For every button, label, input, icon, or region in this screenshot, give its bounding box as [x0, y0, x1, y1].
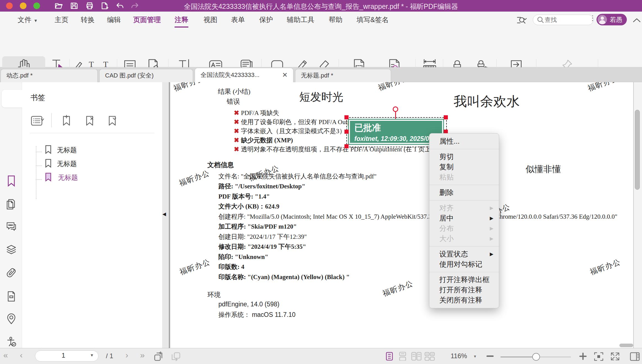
doc-info-line: 修改日期: "2024/4/19 下午5:35": [218, 242, 306, 251]
page-number-input[interactable]: [41, 351, 86, 360]
fields-panel-icon[interactable]: [6, 291, 17, 301]
previous-page-button[interactable]: ‹: [20, 350, 23, 360]
destinations-panel-icon[interactable]: [6, 313, 17, 324]
bookmarks-panel-icon[interactable]: [6, 175, 17, 185]
layout-two-page-icon[interactable]: [424, 352, 434, 361]
menu-item-set-status[interactable]: 设置状态▶: [429, 249, 499, 259]
delete-bookmark-icon[interactable]: [84, 115, 97, 127]
menu-item-distribute: 分布▶: [429, 223, 499, 234]
tree-guide: [36, 152, 42, 152]
menu-item-open-all-comments[interactable]: 打开所有注释: [429, 285, 499, 295]
pdf-page[interactable]: 福昕办公 福昕办公 福昕办公 福昕办公 福昕办公 福昕办公 福昕办公 福昕办公 …: [170, 82, 633, 348]
menu-edit[interactable]: 编辑: [107, 12, 121, 28]
zoom-slider-track-right[interactable]: [536, 357, 571, 357]
bookmark-item[interactable]: 无标题: [45, 159, 77, 168]
bookmark-more-actions-icon[interactable]: [106, 115, 119, 127]
more-options-icon[interactable]: ⋮: [589, 16, 596, 20]
bookmarks-panel-title: 书签: [30, 93, 45, 103]
horizontal-scrollbar[interactable]: [619, 344, 633, 347]
menu-item-delete[interactable]: 删除: [429, 188, 499, 198]
page-thumbnails-panel-icon[interactable]: [6, 198, 17, 208]
zoom-level[interactable]: 116%: [451, 352, 467, 360]
close-tab-icon[interactable]: ✕: [282, 68, 288, 82]
comments-panel-icon[interactable]: [6, 221, 17, 232]
layout-single-page-icon[interactable]: [398, 352, 408, 361]
menu-protect[interactable]: 保护: [259, 12, 273, 28]
menu-form[interactable]: 表单: [231, 12, 245, 28]
last-page-button[interactable]: »: [140, 350, 145, 360]
next-view-icon[interactable]: [170, 352, 181, 362]
selection-handle-ml[interactable]: [344, 130, 349, 134]
submenu-arrow-icon: ▶: [490, 203, 493, 213]
layout-continuous-icon[interactable]: [385, 352, 395, 361]
tab-dongtai-pdf[interactable]: 动态.pdf *: [1, 69, 98, 82]
stamp-rotate-handle[interactable]: [393, 106, 398, 112]
menu-item-center[interactable]: 居中▶: [429, 213, 499, 223]
bookmark-item[interactable]: 无标题: [45, 145, 77, 154]
vertical-scrollbar[interactable]: [635, 110, 640, 190]
submenu-arrow-icon: ▶: [490, 234, 493, 244]
fit-page-icon[interactable]: [593, 352, 604, 362]
bookmark-icon: [45, 159, 52, 168]
menu-separator: [429, 272, 499, 272]
accessibility-panel-icon[interactable]: [6, 336, 17, 347]
menu-separator: [429, 200, 499, 200]
zoom-slider-track-left[interactable]: [501, 357, 536, 357]
zoom-slider-thumb[interactable]: [532, 353, 540, 361]
zoom-in-button[interactable]: [579, 352, 587, 360]
selection-handle-tl[interactable]: [344, 115, 349, 119]
first-page-button[interactable]: «: [3, 350, 8, 360]
tab-cad-pdf[interactable]: CAD 图.pdf (安全): [99, 69, 193, 82]
search-input[interactable]: [544, 16, 578, 24]
tree-guide: [36, 146, 37, 199]
next-page-button[interactable]: ›: [125, 350, 128, 360]
bookmark-item-selected[interactable]: 无标题: [45, 173, 78, 182]
zoom-dropdown-icon[interactable]: ▼: [473, 354, 477, 358]
menu-convert[interactable]: 转换: [81, 12, 95, 28]
error-x-icon: ✖: [234, 146, 241, 153]
search-box[interactable]: [533, 15, 593, 25]
attachments-panel-icon[interactable]: [6, 267, 17, 278]
panel-toolbar-divider: [51, 113, 52, 127]
chevron-down-icon: ▼: [34, 18, 38, 23]
menu-item-properties[interactable]: 属性...: [429, 136, 499, 146]
right-panel-toggle-icon[interactable]: [629, 352, 640, 362]
tab-active-document[interactable]: ✕ 全国法院失4233333...: [195, 68, 293, 82]
menu-item-close-all-comments[interactable]: 关闭所有注释: [429, 295, 499, 305]
menu-item-cut[interactable]: 剪切: [429, 152, 499, 162]
previous-view-icon[interactable]: [154, 352, 165, 362]
layout-two-page-continuous-icon[interactable]: [411, 352, 421, 361]
watermark: 福昕办公: [172, 82, 205, 93]
doc-heading-right: 我叫余欢水: [454, 93, 520, 110]
tab-untitled-pdf[interactable]: 无标题.pdf *: [295, 69, 391, 82]
menu-item-checkmark[interactable]: 使用对勾标记: [429, 259, 499, 269]
menu-item-copy[interactable]: 复制: [429, 162, 499, 172]
selection-handle-bl[interactable]: [344, 144, 349, 148]
toolbar: 手型工具 选择 ▼ T T T T˄ T˄ 备注 文件 打字机: [0, 28, 642, 67]
find-options-icon[interactable]: [517, 16, 528, 24]
user-account-button[interactable]: 若愚: [596, 14, 627, 25]
menu-page-management[interactable]: 页面管理: [133, 12, 161, 28]
collapse-toolbar-icon[interactable]: [633, 18, 641, 23]
submenu-arrow-icon: ▶: [490, 213, 493, 223]
zoom-out-button[interactable]: [486, 355, 494, 357]
document-area: 福昕办公 福昕办公 福昕办公 福昕办公 福昕办公 福昕办公 福昕办公 福昕办公 …: [170, 82, 642, 348]
menu-file[interactable]: 文件▼: [18, 12, 38, 28]
menu-accessibility-tools[interactable]: 辅助工具: [287, 12, 314, 28]
submenu-arrow-icon: ▶: [490, 223, 493, 234]
doc-env-line: 操作系统： macOS 11.7.10: [218, 311, 296, 319]
menu-fill-sign[interactable]: 填写&签名: [357, 12, 389, 28]
layers-panel-icon[interactable]: [6, 244, 17, 255]
collapse-panel-handle[interactable]: ◀: [162, 211, 166, 217]
menu-help[interactable]: 帮助: [329, 12, 343, 28]
doc-env-title: 环境: [207, 290, 221, 299]
menu-home[interactable]: 主页: [55, 12, 68, 28]
add-bookmark-icon[interactable]: [61, 115, 73, 127]
menu-comment-selected[interactable]: 注释: [175, 12, 188, 28]
page-number-box[interactable]: ▼: [35, 350, 98, 362]
fullscreen-icon[interactable]: [610, 352, 620, 362]
menu-view[interactable]: 视图: [204, 12, 217, 28]
selection-handle-tr[interactable]: [444, 115, 448, 119]
menu-item-open-popup[interactable]: 打开注释弹出框: [429, 275, 499, 285]
bookmark-options-menu-icon[interactable]: [31, 115, 44, 127]
